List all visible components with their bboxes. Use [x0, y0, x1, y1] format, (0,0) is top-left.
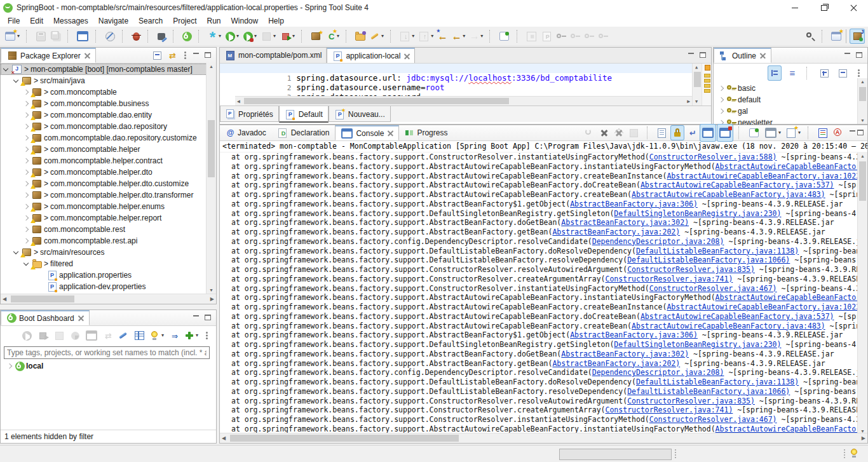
toolbar-button[interactable] — [436, 29, 449, 43]
console-area-tab[interactable]: Javadoc — [220, 125, 272, 140]
dropdown-arrow-icon[interactable]: ▾ — [431, 34, 433, 39]
stack-trace-link[interactable]: ConstructorResolver.java:467) — [649, 284, 777, 293]
stack-trace-link[interactable]: DefaultSingletonBeanRegistry.java:230) — [614, 340, 781, 349]
toolbar-button[interactable] — [20, 329, 33, 343]
menu-item[interactable]: Messages — [48, 16, 93, 26]
toolbar-button[interactable] — [613, 126, 625, 140]
package-explorer-vscrollbar[interactable]: ▲▼ — [206, 63, 216, 294]
toolbar-button[interactable] — [75, 28, 90, 44]
maximize-view-icon[interactable] — [857, 129, 865, 137]
tree-item[interactable]: > com.moncomptable.helper.dto — [1, 166, 216, 178]
toolbar-button[interactable] — [34, 29, 48, 44]
tree-chevron-icon[interactable] — [22, 156, 31, 166]
maximize-view-icon[interactable] — [700, 51, 707, 59]
tab-boot-dashboard[interactable]: Boot Dashboard — [1, 310, 90, 325]
editor-hscrollbar[interactable]: ◀▶ — [235, 96, 692, 105]
toolbar-button[interactable] — [92, 28, 102, 44]
stack-trace-link[interactable]: AbstractAutowireCapableBeanFactory.java:… — [641, 180, 834, 189]
tree-item[interactable]: default — [714, 94, 867, 105]
toolbar-button[interactable] — [118, 28, 128, 44]
dropdown-arrow-icon[interactable]: ▾ — [236, 34, 239, 39]
toolbar-button[interactable] — [386, 28, 397, 44]
toolbar-button[interactable]: ▾ — [369, 29, 385, 43]
toolbar-button[interactable]: ▾ — [398, 29, 416, 44]
toolbar-button[interactable] — [539, 29, 553, 44]
overview-ruler[interactable] — [702, 64, 711, 105]
toolbar-button[interactable]: ▾ — [417, 29, 435, 44]
tree-chevron-icon[interactable] — [22, 133, 31, 144]
toolbar-button[interactable] — [671, 126, 684, 140]
tab-outline[interactable]: Outline — [714, 48, 771, 63]
toolbar-button[interactable] — [717, 125, 733, 141]
dropdown-arrow-icon[interactable]: ▾ — [337, 34, 339, 39]
toolbar-button[interactable]: ▾ — [241, 29, 258, 43]
tree-chevron-icon[interactable] — [22, 144, 31, 155]
toolbar-button[interactable] — [102, 329, 114, 343]
menu-item[interactable]: Edit — [25, 16, 48, 26]
tree-chevron-icon[interactable] — [22, 236, 31, 247]
toolbar-button[interactable] — [597, 29, 609, 43]
toolbar-button[interactable] — [309, 29, 323, 44]
toolbar-button[interactable]: ▾ — [224, 29, 240, 43]
close-icon[interactable] — [78, 315, 84, 321]
package-explorer-hscrollbar[interactable]: ◀▶ — [1, 294, 216, 304]
tree-chevron-icon[interactable] — [717, 83, 726, 94]
stack-trace-link[interactable]: ConstructorResolver.java:741) — [606, 275, 733, 283]
dropdown-arrow-icon[interactable]: ▾ — [480, 34, 483, 39]
tree-item[interactable]: application.properties — [1, 269, 216, 281]
open-perspective-icon[interactable] — [831, 32, 841, 41]
tree-item[interactable]: > mon-comptable [boot] [mon-comptables m… — [1, 64, 216, 75]
stack-trace-link[interactable]: AbstractBeanFactory.java:302) — [561, 350, 689, 358]
toolbar-button[interactable] — [168, 329, 180, 343]
toolbar-button[interactable] — [52, 328, 66, 343]
stack-trace-link[interactable]: AbstractBeanFactory.java:306) — [570, 200, 698, 208]
stack-trace-link[interactable]: DefaultListableBeanFactory.java:1138) — [636, 247, 799, 255]
toolbar-button[interactable] — [103, 29, 117, 44]
toolbar-button[interactable]: ▾ — [149, 329, 165, 343]
tree-item[interactable]: com.moncomptable.rest.api — [1, 235, 216, 247]
toolbar-button[interactable] — [49, 29, 62, 44]
tree-chevron-icon[interactable] — [37, 282, 46, 292]
tree-item[interactable]: > com.moncomptable.helper — [1, 144, 216, 155]
toolbar-button[interactable] — [117, 329, 130, 343]
toolbar-button[interactable] — [817, 65, 831, 81]
dropdown-arrow-icon[interactable]: ▾ — [463, 34, 465, 39]
console-area-tab[interactable]: Console — [335, 125, 399, 140]
tree-chevron-icon[interactable] — [6, 361, 15, 372]
toolbar-button[interactable] — [747, 125, 761, 140]
toolbar-button[interactable] — [785, 66, 798, 80]
maximize-view-icon[interactable] — [856, 51, 864, 59]
page-tab[interactable]: Propriétés — [220, 106, 279, 122]
lightbulb-icon[interactable] — [850, 448, 860, 458]
boot-dashboard-filter-input[interactable] — [4, 346, 210, 359]
menu-item[interactable]: Search — [133, 16, 168, 26]
menu-item[interactable]: Run — [202, 16, 226, 26]
dropdown-arrow-icon[interactable]: ▾ — [273, 34, 276, 39]
toolbar-button[interactable]: ▾ — [278, 29, 296, 44]
page-tab[interactable]: Nouveau... — [329, 106, 391, 122]
stack-trace-link[interactable]: AbstractAutowireCapableBeanFactory.java:… — [641, 312, 834, 321]
tree-item[interactable]: > src/main/java — [1, 75, 216, 86]
toolbar-button[interactable]: ▾ — [468, 29, 484, 43]
dropdown-arrow-icon[interactable]: ▾ — [412, 34, 414, 39]
dropdown-arrow-icon[interactable]: ▾ — [778, 130, 781, 135]
stack-trace-link[interactable]: AbstractBeanFactory.java:202) — [552, 228, 680, 236]
close-icon[interactable] — [388, 130, 393, 136]
menu-item[interactable]: Help — [263, 16, 289, 26]
window-minimize-button[interactable] — [780, 0, 810, 15]
dropdown-arrow-icon[interactable]: ▾ — [196, 333, 198, 338]
dropdown-arrow-icon[interactable]: ▾ — [292, 34, 295, 39]
toolbar-button[interactable] — [513, 28, 523, 44]
toolbar-button[interactable] — [64, 28, 74, 44]
stack-trace-link[interactable]: AbstractAutowireCapableBeanFactory.java:… — [667, 302, 858, 311]
dropdown-arrow-icon[interactable]: ▾ — [161, 333, 164, 338]
minimize-view-icon[interactable] — [849, 129, 857, 137]
toolbar-button[interactable] — [524, 29, 538, 44]
close-icon[interactable] — [404, 53, 410, 59]
toolbar-button[interactable] — [555, 29, 567, 43]
tree-chevron-icon[interactable] — [37, 270, 46, 281]
toolbar-button[interactable] — [686, 126, 698, 140]
tree-chevron-icon[interactable] — [12, 247, 21, 258]
toolbar-button[interactable] — [353, 29, 367, 44]
toolbar-button[interactable] — [569, 29, 581, 43]
